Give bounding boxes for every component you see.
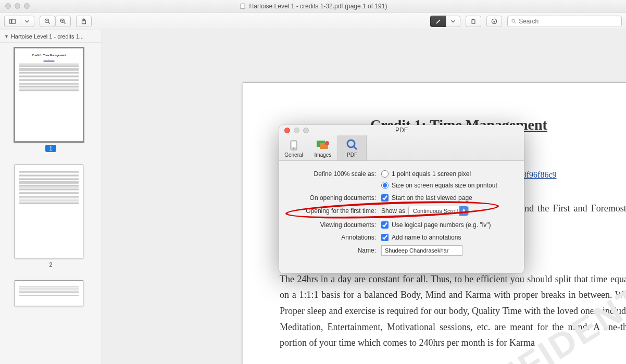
option-point-equals-pixel: 1 point equals 1 screen pixel [392, 170, 471, 178]
page-thumbnail-1[interactable]: Credit 1: Time Management Introduction [15, 48, 83, 142]
prefs-close-button[interactable] [284, 128, 290, 133]
pdf-tab-icon [346, 139, 358, 151]
checkbox-logical-pages[interactable] [381, 221, 389, 229]
thumbnail-sidebar: ▼ Hartoise Level 1 - credits 1... Credit… [0, 30, 102, 364]
sidebar-header[interactable]: ▼ Hartoise Level 1 - credits 1... [0, 30, 102, 43]
svg-point-22 [347, 140, 355, 147]
search-input[interactable] [519, 18, 618, 25]
page-thumbnail-2[interactable] [15, 165, 83, 258]
label-first-time: Opening for the first time: [290, 207, 381, 215]
checkbox-start-last-page[interactable] [381, 194, 389, 202]
svg-point-14 [512, 19, 515, 22]
option-size-on-screen: Size on screen equals size on printout [392, 182, 497, 189]
prefs-title: PDF [279, 127, 524, 134]
radio-point-equals-pixel[interactable] [381, 170, 389, 178]
option-add-name: Add name to annotations [392, 234, 461, 241]
markup-pen-button[interactable] [430, 16, 446, 27]
label-on-opening: On opening documents: [290, 194, 381, 202]
view-dropdown-button[interactable] [20, 16, 34, 27]
search-field[interactable] [507, 16, 622, 27]
preferences-dialog: PDF General Images PDF Define 100% s [279, 125, 524, 273]
svg-rect-12 [472, 20, 475, 23]
document-viewport[interactable]: CONFIDENTIAL Credit 1: Time Management I… [102, 30, 626, 364]
radio-size-on-screen[interactable] [381, 182, 389, 189]
rotate-button[interactable] [466, 16, 481, 27]
page-thumbnail-3[interactable] [15, 280, 83, 306]
zoom-in-button[interactable] [55, 16, 71, 27]
search-icon [511, 18, 517, 24]
window-titlebar: Hartoise Level 1 - credits 1-32.pdf (pag… [0, 0, 626, 12]
window-title: Hartoise Level 1 - credits 1-32.pdf (pag… [0, 3, 626, 10]
view-sidebar-button[interactable] [4, 16, 20, 27]
general-tab-icon [287, 139, 300, 151]
zoom-out-button[interactable] [40, 16, 55, 27]
svg-rect-17 [292, 142, 296, 147]
dropdown-chevron-icon: ▲▼ [459, 206, 468, 216]
share-button[interactable] [76, 16, 92, 27]
prefs-zoom-button [303, 128, 309, 133]
option-logical-pages: Use logical page numbers (e.g. "iv") [392, 221, 491, 229]
label-annotations: Annotations: [290, 234, 381, 241]
sidebar-filename: Hartoise Level 1 - credits 1... [11, 33, 84, 40]
svg-line-5 [48, 22, 50, 23]
disclosure-triangle-icon: ▼ [4, 34, 9, 39]
textfield-annotation-name[interactable]: Shudeep Chandrasekhar [381, 245, 462, 256]
prefs-minimize-button [294, 128, 299, 133]
images-tab-icon [316, 139, 330, 151]
markup-toolbar-button[interactable] [486, 16, 502, 27]
prefs-tab-images[interactable]: Images [308, 135, 337, 160]
preview-doc-icon [239, 3, 246, 10]
svg-line-15 [515, 22, 516, 23]
label-viewing: Viewing documents: [290, 221, 381, 229]
dropdown-show-as[interactable]: Continuous Scroll ▲▼ [408, 206, 469, 216]
label-name: Name: [290, 247, 381, 254]
prefs-tabstrip: General Images PDF [279, 135, 524, 161]
svg-rect-2 [9, 19, 11, 23]
prefs-tab-pdf[interactable]: PDF [337, 135, 367, 160]
page-number-1: 1 [15, 145, 87, 152]
label-define-scale: Define 100% scale as: [290, 170, 381, 178]
markup-dropdown-button[interactable] [446, 16, 460, 27]
svg-point-21 [325, 141, 329, 145]
label-show-as: Show as [381, 207, 405, 215]
svg-rect-3 [11, 19, 15, 23]
svg-point-18 [293, 148, 295, 149]
svg-line-8 [64, 22, 66, 23]
toolbar [0, 12, 626, 30]
svg-rect-1 [241, 4, 244, 8]
page-number-2: 2 [15, 261, 87, 268]
option-start-last-page: Start on the last viewed page [392, 194, 472, 202]
prefs-tab-general[interactable]: General [279, 135, 308, 160]
checkbox-add-name[interactable] [381, 234, 389, 241]
svg-line-23 [354, 146, 357, 149]
